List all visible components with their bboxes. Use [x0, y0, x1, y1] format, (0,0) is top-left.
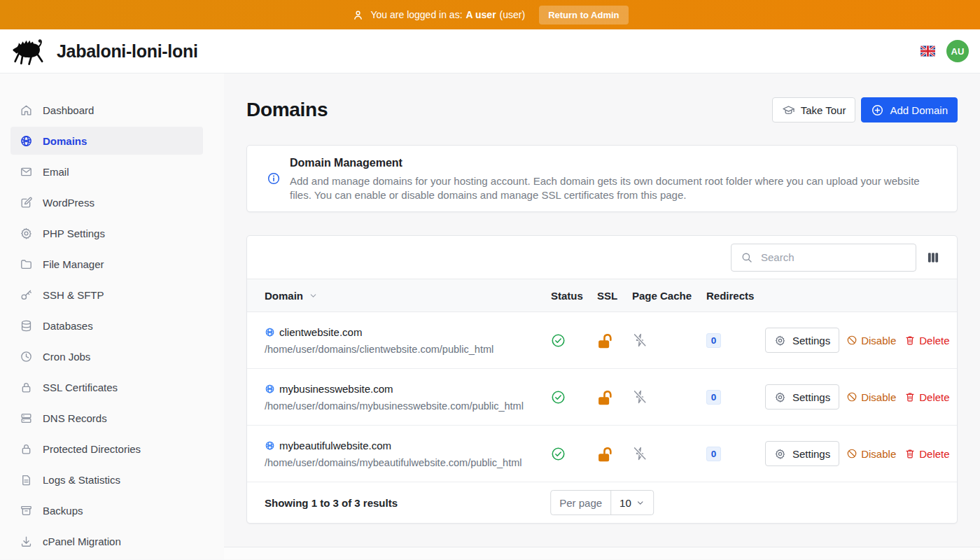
table-row: mybusinesswebsite.com /home/user/domains…: [247, 369, 957, 426]
page-cache-indicator: [632, 446, 706, 461]
language-flag-icon[interactable]: [920, 46, 935, 57]
table-header-row: Domain Status SSL Page Cache Redirects: [247, 279, 957, 312]
settings-button[interactable]: Settings: [765, 384, 839, 410]
columns-toggle-button[interactable]: [926, 251, 940, 265]
edit-icon: [20, 196, 33, 209]
domain-name[interactable]: mybusinesswebsite.com: [279, 383, 393, 395]
ban-icon: [846, 335, 858, 346]
settings-label: Settings: [792, 448, 830, 460]
sidebar-item-backups[interactable]: Backups: [10, 495, 203, 526]
ban-icon: [846, 448, 858, 459]
sidebar-item-dashboard[interactable]: Dashboard: [10, 94, 203, 125]
sidebar-item-cron-jobs[interactable]: Cron Jobs: [10, 341, 203, 372]
domain-name[interactable]: mybeautifulwebsite.com: [279, 440, 391, 451]
document-icon: [20, 473, 33, 486]
status-enabled-indicator: [551, 447, 597, 461]
table-footer: Showing 1 to 3 of 3 results Per page 10: [247, 482, 957, 523]
search-box: [731, 244, 916, 272]
delete-button[interactable]: Delete: [903, 391, 951, 403]
sidebar-item-label: WordPress: [43, 197, 94, 209]
sidebar-item-ssl-certificates[interactable]: SSL Certificates: [10, 372, 203, 402]
sidebar-item-label: SSH & SFTP: [43, 289, 104, 301]
delete-label: Delete: [919, 335, 949, 346]
domain-path: /home/user/domains/mybusinesswebsite.com…: [265, 400, 551, 412]
sort-chevron-icon[interactable]: [309, 291, 318, 300]
sidebar-item-label: Cron Jobs: [43, 351, 90, 363]
per-page-select[interactable]: Per page 10: [550, 490, 654, 515]
main-footer: [224, 547, 980, 559]
add-domain-label: Add Domain: [890, 104, 948, 116]
impersonation-banner: You are logged in as: A user (user) Retu…: [0, 0, 980, 29]
column-header-redirects: Redirects: [706, 290, 765, 302]
sidebar-item-label: Logs & Statistics: [43, 474, 120, 486]
return-to-admin-button[interactable]: Return to Admin: [539, 6, 628, 24]
disable-button[interactable]: Disable: [845, 448, 897, 460]
column-header-domain: Domain: [265, 290, 551, 302]
sidebar-item-label: cPanel Migration: [43, 536, 121, 547]
globe-icon: [265, 384, 275, 394]
sidebar: Dashboard Domains Email WordPress PHP Se…: [0, 74, 224, 559]
domains-table-card: Domain Status SSL Page Cache Redirects c…: [246, 235, 958, 524]
settings-button[interactable]: Settings: [765, 328, 839, 353]
redirects-count-badge: 0: [706, 447, 721, 461]
column-header-status: Status: [551, 290, 597, 302]
disable-label: Disable: [861, 391, 896, 403]
add-domain-button[interactable]: Add Domain: [861, 97, 958, 122]
banner-user-role: (user): [500, 9, 526, 20]
domain-path: /home/user/domains/clientwebsite.com/pub…: [265, 344, 551, 355]
sidebar-item-wordpress[interactable]: WordPress: [10, 187, 203, 218]
trash-icon: [904, 391, 916, 402]
sidebar-item-label: Databases: [43, 320, 93, 332]
delete-button[interactable]: Delete: [903, 448, 951, 460]
globe-icon: [265, 327, 275, 337]
redirects-count-badge: 0: [706, 390, 721, 405]
sidebar-item-php-settings[interactable]: PHP Settings: [10, 218, 203, 248]
delete-label: Delete: [919, 391, 949, 403]
folder-icon: [20, 258, 33, 271]
ban-icon: [846, 391, 858, 402]
settings-button[interactable]: Settings: [765, 441, 839, 466]
sidebar-item-protected-directories[interactable]: Protected Directories: [10, 433, 203, 464]
status-enabled-indicator: [551, 333, 597, 348]
sidebar-item-label: Email: [43, 166, 69, 178]
app-header: Jabaloni-loni-loni AU: [0, 29, 980, 74]
redirects-cell: 0: [706, 333, 765, 348]
sidebar-item-label: File Manager: [43, 258, 104, 270]
sidebar-item-domains[interactable]: Domains: [10, 127, 203, 155]
domain-name[interactable]: clientwebsite.com: [279, 326, 362, 338]
table-row: mybeautifulwebsite.com /home/user/domain…: [247, 426, 957, 482]
columns-icon: [926, 251, 940, 265]
brand-title: Jabaloni-loni-loni: [57, 41, 198, 62]
disable-label: Disable: [861, 335, 896, 346]
sidebar-item-email[interactable]: Email: [10, 156, 203, 187]
search-icon: [741, 251, 753, 264]
delete-button[interactable]: Delete: [903, 335, 951, 346]
mail-icon: [20, 165, 33, 178]
redirects-cell: 0: [706, 447, 765, 461]
sidebar-item-cpanel-migration[interactable]: cPanel Migration: [10, 526, 203, 556]
sidebar-item-label: Backups: [43, 505, 83, 517]
user-avatar[interactable]: AU: [946, 40, 969, 62]
take-tour-button[interactable]: Take Tour: [772, 97, 856, 122]
ssl-status-indicator: [597, 446, 632, 462]
graduation-cap-icon: [782, 104, 795, 117]
flash-off-icon: [632, 332, 648, 348]
check-circle-icon: [551, 333, 566, 348]
disable-button[interactable]: Disable: [845, 335, 897, 346]
search-input[interactable]: [731, 244, 916, 272]
lock-icon: [20, 381, 33, 394]
gear-icon: [774, 448, 786, 460]
sidebar-item-databases[interactable]: Databases: [10, 310, 203, 341]
sidebar-item-file-manager[interactable]: File Manager: [10, 248, 203, 279]
table-row: clientwebsite.com /home/user/domains/cli…: [247, 312, 957, 369]
sidebar-item-logs-statistics[interactable]: Logs & Statistics: [10, 464, 203, 495]
globe-icon: [265, 440, 275, 451]
take-tour-label: Take Tour: [801, 104, 846, 116]
sidebar-item-label: Dashboard: [43, 104, 94, 116]
page-cache-indicator: [632, 332, 706, 348]
disable-button[interactable]: Disable: [845, 391, 897, 403]
sidebar-item-dns-records[interactable]: DNS Records: [10, 402, 203, 433]
per-page-value: 10: [620, 497, 631, 509]
page-cache-indicator: [632, 389, 706, 405]
sidebar-item-ssh-sftp[interactable]: SSH & SFTP: [10, 279, 203, 310]
